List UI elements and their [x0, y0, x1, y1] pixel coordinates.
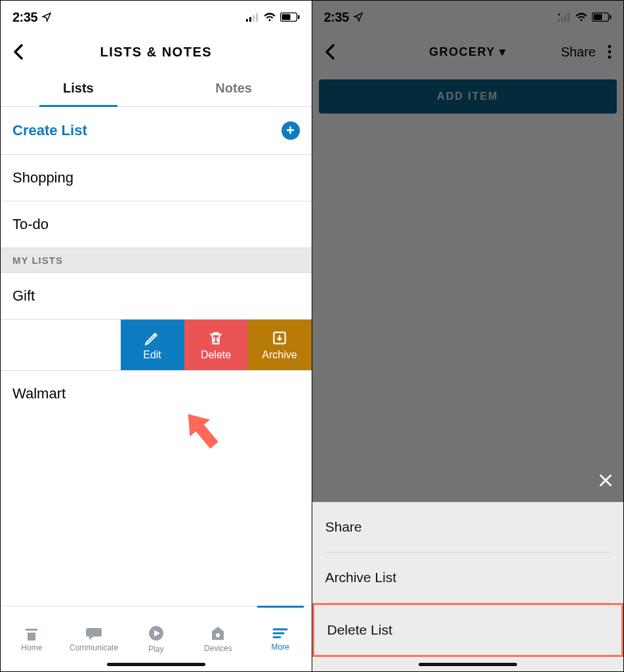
svg-rect-0: [246, 19, 248, 22]
create-list-label: Create List: [12, 122, 87, 139]
chat-icon: [85, 626, 102, 640]
status-time: 2:35: [12, 10, 37, 25]
play-icon: [148, 625, 165, 642]
swipe-delete-button[interactable]: Delete: [184, 320, 248, 370]
pencil-icon: [144, 329, 161, 346]
nav-more[interactable]: More: [249, 606, 312, 671]
home-indicator: [419, 663, 517, 666]
swipe-actions-row: Edit Delete Archive: [1, 320, 312, 371]
create-list-row[interactable]: Create List +: [1, 107, 312, 155]
swipe-archive-button[interactable]: Archive: [248, 320, 312, 370]
phone-left: 2:35 LISTS & NOTES: [1, 1, 312, 671]
home-indicator: [107, 663, 205, 666]
location-icon: [41, 12, 52, 22]
plus-icon: +: [281, 121, 300, 140]
swipe-edit-button[interactable]: Edit: [121, 320, 184, 370]
sheet-share[interactable]: Share: [312, 502, 624, 552]
phone-right: 2:35: [312, 1, 624, 671]
sheet-archive[interactable]: Archive List: [312, 553, 624, 602]
home-icon: [23, 626, 40, 640]
action-sheet: Share Archive List Delete List: [312, 502, 624, 671]
svg-rect-2: [253, 15, 255, 22]
sheet-delete[interactable]: Delete List: [312, 603, 624, 657]
svg-rect-5: [281, 14, 290, 20]
app-header: LISTS & NOTES: [1, 33, 312, 70]
svg-rect-1: [249, 17, 251, 22]
cellular-icon: [246, 12, 259, 22]
list-item-walmart[interactable]: Walmart: [1, 371, 312, 417]
tab-notes[interactable]: Notes: [156, 70, 312, 106]
trash-icon: [207, 329, 224, 346]
svg-point-10: [216, 633, 220, 637]
nav-home[interactable]: Home: [1, 606, 63, 671]
more-icon: [272, 627, 289, 640]
wifi-icon: [263, 12, 276, 22]
list-item-gift[interactable]: Gift: [1, 273, 312, 320]
section-header-mylists: MY LISTS: [1, 248, 312, 273]
status-bar: 2:35: [1, 1, 312, 33]
bottom-nav: Home Communicate Play Devices More: [1, 606, 312, 671]
svg-rect-3: [256, 13, 258, 22]
list-item-todo[interactable]: To-do: [1, 201, 312, 248]
nav-play[interactable]: Play: [125, 606, 187, 671]
svg-rect-6: [298, 15, 300, 19]
battery-icon: [280, 12, 300, 22]
page-title: LISTS & NOTES: [1, 45, 312, 60]
close-sheet-button[interactable]: [597, 472, 614, 489]
tab-lists[interactable]: Lists: [1, 70, 156, 106]
list-item-shopping[interactable]: Shopping: [1, 155, 312, 201]
devices-icon: [209, 625, 226, 641]
archive-icon: [271, 329, 288, 346]
nav-communicate[interactable]: Communicate: [63, 606, 125, 671]
back-button[interactable]: [12, 43, 26, 61]
nav-devices[interactable]: Devices: [187, 606, 249, 671]
tabs: Lists Notes: [1, 70, 312, 107]
